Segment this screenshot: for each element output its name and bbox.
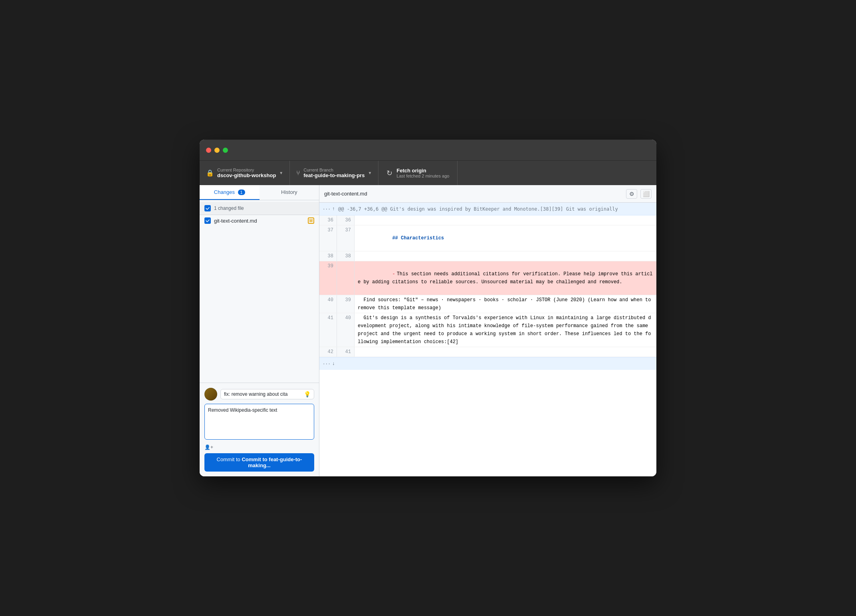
add-coauthors-button[interactable]: 👤+ [204, 444, 314, 450]
repo-name: dscov-github-workshop [217, 172, 276, 178]
branch-selector[interactable]: ⑂ Current Branch feat-guide-to-making-pr… [290, 161, 378, 185]
branch-name: feat-guide-to-making-prs [303, 172, 365, 178]
fetch-origin-button[interactable]: ↻ Fetch origin Last fetched 2 minutes ag… [378, 161, 458, 185]
repo-selector[interactable]: 🔒 Current Repository dscov-github-worksh… [200, 161, 290, 185]
branch-icon: ⑂ [296, 170, 300, 177]
diff-line-40: Find sources: "Git" – news · newspapers … [355, 295, 656, 313]
file-modified-badge: M [308, 217, 314, 224]
line-num-new-39 [337, 261, 355, 295]
line-num-old-37: 37 [319, 225, 337, 251]
branch-text: Current Branch feat-guide-to-making-prs [303, 168, 365, 178]
commit-description-textarea[interactable]: Removed Wikipedia-specific text [204, 404, 314, 440]
sidebar: Changes 1 History 1 changed file [200, 185, 319, 476]
diff-settings-button[interactable]: ⚙ [626, 189, 637, 199]
commit-area: fix: remove warning about cita 💡 Removed… [200, 383, 319, 476]
close-button[interactable] [206, 148, 211, 153]
repo-text: Current Repository dscov-github-workshop [217, 168, 276, 178]
changes-count: 1 changed file [214, 205, 244, 211]
minimize-button[interactable] [214, 148, 220, 153]
diff-row-37-37: 37 37 ## Characteristics [319, 225, 656, 251]
diff-line-36 [355, 215, 656, 225]
fetch-text: Fetch origin Last fetched 2 minutes ago [396, 168, 449, 178]
branch-label: Current Branch [303, 168, 365, 172]
line-num-new-38: 38 [337, 251, 355, 261]
diff-actions: ⚙ ⬜ [626, 189, 652, 199]
line-num-new-40: 39 [337, 295, 355, 313]
repo-chevron-icon: ▼ [279, 171, 283, 175]
repo-label: Current Repository [217, 168, 276, 172]
commit-summary-text: fix: remove warning about cita [224, 391, 304, 397]
line-num-new-36: 36 [337, 215, 355, 225]
commit-summary-input-wrapper[interactable]: fix: remove warning about cita 💡 [220, 389, 314, 399]
commit-button[interactable]: Commit to Commit to feat-guide-to-making… [204, 453, 314, 472]
line-num-old-42: 42 [319, 347, 337, 357]
changes-header: 1 changed file [200, 202, 319, 215]
tab-history[interactable]: History [260, 185, 319, 200]
diff-line-42 [355, 347, 656, 357]
file-name: git-text-content.md [214, 218, 308, 224]
diff-content: ··· ↑ @@ -36,7 +36,6 @@ Git's design was… [319, 203, 656, 476]
sidebar-tabs: Changes 1 History [200, 185, 319, 200]
diff-line-38 [355, 251, 656, 261]
titlebar [200, 140, 656, 160]
changes-list: 1 changed file git-text-content.md M [200, 200, 319, 383]
changes-badge: 1 [238, 190, 245, 195]
app-window: 🔒 Current Repository dscov-github-worksh… [200, 140, 656, 476]
co-author-icon: 💡 [304, 391, 311, 397]
diff-line-37: ## Characteristics [355, 225, 656, 251]
file-checkbox[interactable] [204, 217, 211, 224]
line-num-old-38: 38 [319, 251, 337, 261]
diff-hunk-header[interactable]: ··· ↑ @@ -36,7 +36,6 @@ Git's design was… [319, 203, 656, 215]
fetch-title: Fetch origin [396, 168, 449, 174]
diff-row-36-36: 36 36 [319, 215, 656, 225]
line-num-new-41: 40 [337, 313, 355, 347]
select-all-checkbox[interactable] [204, 205, 211, 211]
traffic-lights [206, 148, 228, 153]
line-num-old-36: 36 [319, 215, 337, 225]
diff-row-40-39: 40 39 Find sources: "Git" – news · newsp… [319, 295, 656, 313]
toolbar: 🔒 Current Repository dscov-github-worksh… [200, 160, 656, 185]
diff-filename: git-text-content.md [324, 191, 626, 197]
repo-icon: 🔒 [206, 169, 214, 177]
diff-row-38-38: 38 38 [319, 251, 656, 261]
avatar [204, 388, 217, 401]
diff-row-41-40: 41 40 Git's design is a synthesis of Tor… [319, 313, 656, 347]
diff-header: git-text-content.md ⚙ ⬜ [319, 185, 656, 203]
diff-external-button[interactable]: ⬜ [640, 189, 652, 199]
characteristics-heading: ## Characteristics [392, 235, 444, 241]
line-num-new-37: 37 [337, 225, 355, 251]
fetch-subtitle: Last fetched 2 minutes ago [396, 174, 449, 178]
bottom-hunk-expander[interactable]: ··· ↓ [319, 357, 656, 370]
diff-line-39-deleted: -This section needs additional citations… [355, 261, 656, 295]
diff-view: git-text-content.md ⚙ ⬜ ··· ↑ @@ -36,7 +… [319, 185, 656, 476]
add-coauthors-icon: 👤+ [204, 444, 213, 450]
line-num-old-39: 39 [319, 261, 337, 295]
hunk-context: @@ -36,7 +36,6 @@ Git's design was inspi… [338, 206, 618, 212]
diff-row-39-deleted: 39 -This section needs additional citati… [319, 261, 656, 295]
diff-row-42-41: 42 41 [319, 347, 656, 357]
line-num-old-40: 40 [319, 295, 337, 313]
tab-changes[interactable]: Changes 1 [200, 185, 260, 200]
line-num-new-42: 41 [337, 347, 355, 357]
main-content: Changes 1 History 1 changed file [200, 185, 656, 476]
commit-summary: fix: remove warning about cita 💡 [204, 388, 314, 401]
diff-line-41: Git's design is a synthesis of Torvalds'… [355, 313, 656, 347]
avatar-image [204, 388, 217, 401]
fetch-icon: ↻ [386, 169, 392, 178]
line-num-old-41: 41 [319, 313, 337, 347]
file-item[interactable]: git-text-content.md M [200, 215, 319, 226]
branch-chevron-icon: ▼ [368, 171, 372, 175]
maximize-button[interactable] [223, 148, 228, 153]
